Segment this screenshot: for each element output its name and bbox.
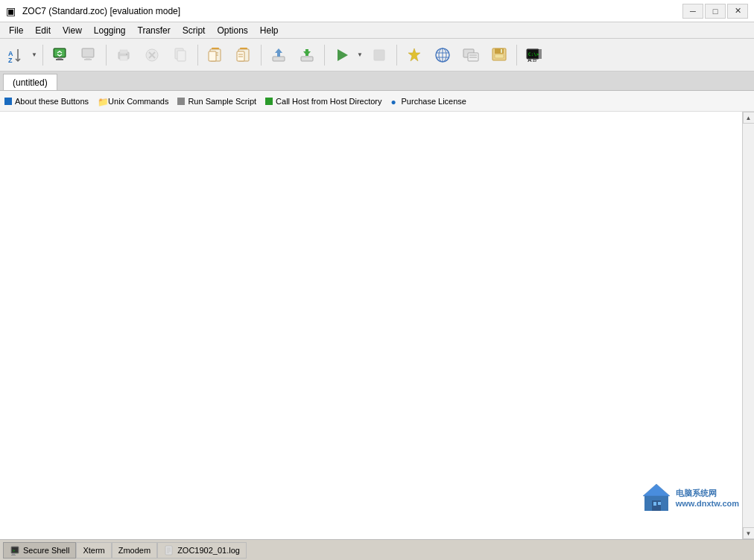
svg-marker-32 [275, 48, 282, 53]
about-buttons-btn[interactable]: About these Buttons [4, 97, 89, 106]
scroll-down[interactable]: ▼ [743, 527, 755, 539]
svg-rect-50 [495, 48, 504, 54]
watermark-house-icon [641, 483, 671, 512]
xterm-label: Xterm [83, 546, 104, 555]
svg-rect-56 [539, 49, 542, 59]
sort-az-group: A Z ▼ [3, 42, 39, 69]
about-buttons-icon [4, 98, 12, 105]
secure-shell-label: Secure Shell [23, 546, 69, 555]
svg-rect-12 [120, 50, 127, 54]
download-button[interactable] [294, 42, 320, 69]
disconnect-icon [80, 46, 98, 64]
sort-az-button[interactable]: A Z [3, 42, 30, 69]
title-text: ZOC7 (Standard.zoc) [evaluation mode] [22, 6, 180, 16]
print-button[interactable] [110, 42, 137, 69]
svg-rect-64 [658, 502, 661, 505]
disconnect-button[interactable] [75, 42, 102, 69]
host-directory-icon [434, 46, 452, 64]
run-sample-script-label: Run Sample Script [188, 97, 256, 106]
run-script-button[interactable] [329, 42, 355, 69]
tab-label: (untitled) [13, 77, 48, 88]
copy-screen-icon [462, 46, 480, 64]
sort-az-icon: A Z [7, 46, 25, 64]
watermark-site: 电脑系统网 [676, 488, 739, 499]
menu-logging[interactable]: Logging [88, 24, 132, 37]
scrollbar[interactable]: ▲ ▼ [742, 112, 754, 539]
terminal-area[interactable]: ▲ ▼ 电脑系统网 www.dnxtw.com [0, 112, 754, 539]
favorites-button[interactable] [401, 42, 428, 69]
svg-text:B: B [533, 57, 537, 63]
copy-screen-button[interactable] [457, 42, 484, 69]
connect-button[interactable] [47, 42, 74, 69]
host-directory-button[interactable] [429, 42, 456, 69]
status-xterm[interactable]: Xterm [76, 542, 111, 559]
call-host-btn[interactable]: Call Host from Host Directory [265, 97, 381, 106]
paste-button[interactable] [230, 42, 257, 69]
status-secure-shell[interactable]: >_ Secure Shell [3, 542, 76, 559]
cancel-icon [143, 46, 161, 64]
status-log-file[interactable]: ZOC1902_01.log [157, 542, 247, 559]
tab-untitled[interactable]: (untitled) [3, 74, 57, 90]
paste-plain-button[interactable] [202, 42, 229, 69]
svg-rect-9 [84, 59, 92, 60]
svg-rect-19 [177, 51, 186, 61]
run-script-dropdown[interactable]: ▼ [355, 42, 364, 69]
unix-commands-label: Unix Commands [108, 97, 168, 106]
stop-button[interactable] [366, 42, 393, 69]
svg-rect-38 [374, 50, 384, 60]
svg-rect-51 [495, 54, 504, 58]
stop-icon [370, 46, 388, 64]
copy-selection-icon [171, 46, 189, 64]
menu-help[interactable]: Help [254, 24, 285, 37]
log-file-icon [164, 545, 174, 556]
unix-commands-btn[interactable]: 📁 Unix Commands [98, 97, 168, 106]
terminal-settings-button[interactable]: C:\> A B [521, 42, 548, 69]
close-button[interactable]: ✕ [727, 4, 748, 19]
upload-icon [270, 46, 288, 64]
svg-rect-5 [56, 59, 63, 60]
svg-text:Z: Z [8, 57, 13, 64]
run-script-group: ▼ [329, 42, 364, 69]
save-screen-button[interactable] [486, 42, 513, 69]
purchase-license-label: Purchase License [402, 97, 466, 106]
maximize-button[interactable]: □ [705, 4, 726, 19]
purchase-license-btn[interactable]: ● Purchase License [391, 97, 466, 106]
menu-view[interactable]: View [57, 24, 88, 37]
paste-plain-icon [206, 46, 224, 64]
button-bar: About these Buttons 📁 Unix Commands Run … [0, 91, 754, 112]
menu-options[interactable]: Options [211, 24, 253, 37]
scroll-track[interactable] [743, 124, 754, 527]
secure-shell-icon: >_ [10, 545, 20, 556]
separator-4 [261, 45, 262, 66]
app-icon: ▣ [6, 5, 18, 17]
menu-bar: File Edit View Logging Transfer Script O… [0, 22, 754, 39]
upload-button[interactable] [265, 42, 292, 69]
menu-transfer[interactable]: Transfer [132, 24, 177, 37]
minimize-button[interactable]: ─ [682, 4, 703, 19]
scroll-up[interactable]: ▲ [743, 112, 755, 124]
print-icon [115, 46, 133, 64]
svg-rect-33 [277, 53, 280, 57]
sort-az-dropdown[interactable]: ▼ [30, 42, 39, 69]
svg-point-14 [126, 54, 127, 55]
menu-edit[interactable]: Edit [29, 24, 57, 37]
run-sample-script-btn[interactable]: Run Sample Script [177, 97, 256, 106]
status-zmodem[interactable]: Zmodem [112, 542, 157, 559]
title-bar: ▣ ZOC7 (Standard.zoc) [evaluation mode] … [0, 0, 754, 22]
menu-file[interactable]: File [3, 24, 29, 37]
favorites-icon [405, 46, 423, 64]
menu-script[interactable]: Script [177, 24, 212, 37]
terminal-settings-icon: C:\> A B [525, 46, 543, 64]
svg-rect-8 [86, 57, 90, 59]
svg-marker-62 [643, 484, 670, 496]
download-icon [298, 46, 316, 64]
separator-7 [516, 45, 517, 66]
status-bar: >_ Secure Shell Xterm Zmodem ZOC1902_01.… [0, 539, 754, 560]
svg-rect-70 [165, 546, 172, 555]
svg-rect-34 [301, 57, 313, 61]
copy-selection-button[interactable] [167, 42, 194, 69]
paste-icon [235, 46, 253, 64]
svg-rect-25 [209, 51, 216, 61]
tab-bar: (untitled) [0, 71, 754, 91]
cancel-button[interactable] [139, 42, 165, 69]
